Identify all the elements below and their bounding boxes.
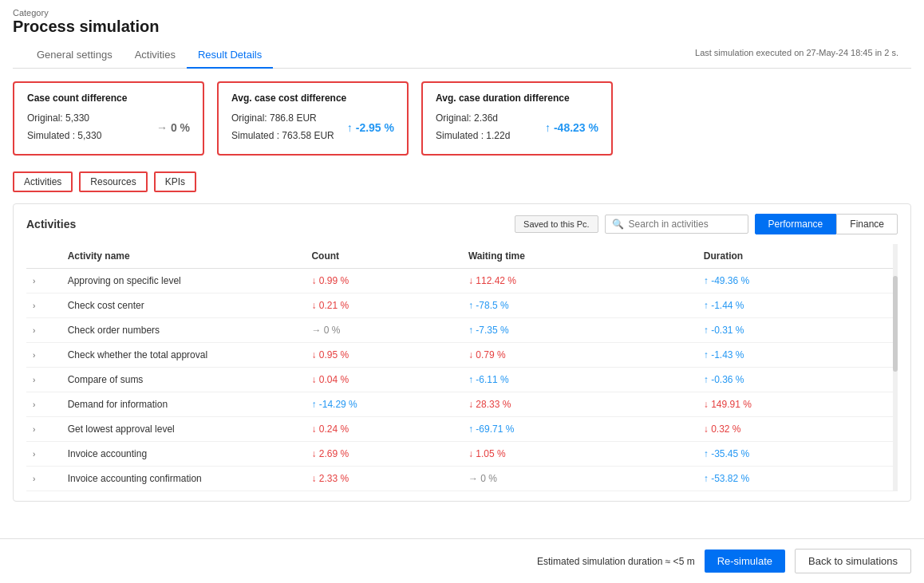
activities-header: Activities Saved to this Pc. 🔍 Performan… (26, 214, 898, 234)
th-expand (26, 244, 61, 269)
chevron-right-icon[interactable]: › (33, 475, 35, 483)
view-toggle: Performance Finance (755, 214, 898, 234)
finance-view-btn[interactable]: Finance (836, 214, 898, 234)
value-indicator: ↑ -6.11 % (468, 374, 509, 385)
count-cell: ↓ 0.24 % (305, 417, 462, 442)
count-cell: ↓ 2.33 % (305, 467, 462, 491)
expand-cell[interactable]: › (26, 417, 61, 442)
arrow-icon: ↓ (468, 349, 473, 360)
value-indicator: ↑ -0.31 % (704, 325, 744, 336)
tab-general-settings[interactable]: General settings (26, 42, 124, 69)
wait-cell: ↓ 28.33 % (462, 392, 697, 417)
count-cell: ↓ 2.69 % (305, 442, 462, 467)
table-row[interactable]: › Check cost center ↓ 0.21 % ↑ -78.5 % ↑… (26, 293, 898, 318)
re-simulate-btn[interactable]: Re-simulate (705, 550, 785, 573)
dur-cell: ↓ 0.32 % (697, 417, 898, 442)
th-count: Count (305, 244, 462, 269)
value-indicator: ↓ 0.21 % (311, 300, 349, 311)
expand-cell[interactable]: › (26, 343, 61, 368)
chevron-right-icon[interactable]: › (33, 301, 35, 310)
value-indicator: ↓ 2.69 % (311, 448, 349, 459)
scrollbar-track[interactable] (893, 244, 898, 491)
wait-cell: ↑ -6.11 % (462, 368, 697, 392)
arrow-icon: ↓ (311, 349, 316, 360)
table-row[interactable]: › Invoice accounting ↓ 2.69 % ↓ 1.05 % ↑… (26, 442, 898, 467)
table-row[interactable]: › Get lowest approval level ↓ 0.24 % ↑ -… (26, 417, 898, 442)
arrow-icon: ↓ (311, 473, 316, 484)
value-indicator: → 0 % (468, 473, 497, 484)
th-duration: Duration (697, 244, 898, 269)
expand-cell[interactable]: › (26, 368, 61, 392)
activities-table: Activity name Count Waiting time Duratio… (26, 244, 898, 491)
kpi-card-title-case-count: Case count difference (27, 93, 190, 104)
save-to-pc-btn[interactable]: Saved to this Pc. (515, 215, 598, 233)
count-cell: ↓ 0.04 % (305, 368, 462, 392)
chevron-right-icon[interactable]: › (33, 400, 35, 409)
tab-bar: General settings Activities Result Detai… (13, 42, 911, 69)
scrollbar-thumb[interactable] (893, 276, 898, 372)
table-row[interactable]: › Invoice accounting confirmation ↓ 2.33… (26, 467, 898, 491)
kpi-values-case-duration: Original: 2.36d Simulated : 1.22d (436, 110, 510, 144)
value-indicator: ↑ -1.44 % (704, 300, 744, 311)
main-content: Case count difference Original: 5,330 Si… (0, 69, 924, 538)
value-indicator: ↓ 149.91 % (704, 399, 752, 410)
expand-cell[interactable]: › (26, 293, 61, 318)
value-indicator: ↓ 0.79 % (468, 349, 506, 360)
kpi-card-case-cost: Avg. case cost difference Original: 786.… (217, 81, 409, 156)
chevron-right-icon[interactable]: › (33, 351, 35, 360)
dur-cell: ↑ -0.36 % (697, 368, 898, 392)
kpi-card-body-case-cost: Original: 786.8 EUR Simulated : 763.58 E… (231, 110, 394, 144)
expand-cell[interactable]: › (26, 318, 61, 343)
activity-name-cell: Demand for information (61, 392, 306, 417)
value-indicator: ↑ -49.36 % (704, 275, 749, 286)
dur-cell: ↑ -35.45 % (697, 442, 898, 467)
kpi-values-case-cost: Original: 786.8 EUR Simulated : 763.58 E… (231, 110, 334, 144)
kpi-change-case-duration: ↑ -48.23 % (545, 121, 598, 134)
tab-result-details[interactable]: Result Details (187, 42, 273, 69)
arrow-icon: ↑ (704, 374, 709, 385)
wait-cell: → 0 % (462, 467, 697, 491)
kpi-card-case-count: Case count difference Original: 5,330 Si… (13, 81, 204, 156)
chevron-right-icon[interactable]: › (33, 277, 35, 286)
count-cell: ↓ 0.21 % (305, 293, 462, 318)
value-indicator: ↓ 0.04 % (311, 374, 349, 385)
filter-resources-btn[interactable]: Resources (79, 171, 147, 192)
table-row[interactable]: › Compare of sums ↓ 0.04 % ↑ -6.11 % ↑ -… (26, 368, 898, 392)
search-input[interactable] (629, 219, 741, 230)
expand-cell[interactable]: › (26, 442, 61, 467)
chevron-right-icon[interactable]: › (33, 376, 35, 384)
table-row[interactable]: › Check whether the total approval ↓ 0.9… (26, 343, 898, 368)
performance-view-btn[interactable]: Performance (755, 214, 837, 234)
arrow-icon: ↑ (704, 349, 709, 360)
table-row[interactable]: › Check order numbers → 0 % ↑ -7.35 % ↑ … (26, 318, 898, 343)
tab-activities[interactable]: Activities (124, 42, 187, 69)
kpi-simulated-case-cost: Simulated : 763.58 EUR (231, 128, 334, 145)
expand-cell[interactable]: › (26, 269, 61, 293)
expand-cell[interactable]: › (26, 467, 61, 491)
kpi-change-case-cost: ↑ -2.95 % (347, 121, 394, 134)
value-indicator: ↓ 2.33 % (311, 473, 349, 484)
dur-cell: ↑ -49.36 % (697, 269, 898, 293)
chevron-right-icon[interactable]: › (33, 425, 35, 434)
wait-cell: ↑ -78.5 % (462, 293, 697, 318)
value-indicator: ↑ -0.36 % (704, 374, 744, 385)
chevron-right-icon[interactable]: › (33, 450, 35, 459)
arrow-right-icon: → (156, 121, 168, 134)
value-indicator: ↑ -14.29 % (311, 399, 357, 410)
value-indicator: ↑ -35.45 % (704, 448, 749, 459)
th-waiting-time: Waiting time (462, 244, 697, 269)
chevron-right-icon[interactable]: › (33, 326, 35, 335)
table-row[interactable]: › Demand for information ↑ -14.29 % ↓ 28… (26, 392, 898, 417)
arrow-icon: ↑ (468, 374, 473, 385)
arrow-icon: ↓ (704, 399, 709, 410)
back-to-simulations-btn[interactable]: Back to simulations (795, 549, 911, 573)
filter-activities-btn[interactable]: Activities (13, 171, 73, 192)
filter-kpis-btn[interactable]: KPIs (154, 171, 196, 192)
expand-cell[interactable]: › (26, 392, 61, 417)
value-indicator: ↑ -69.71 % (468, 423, 514, 435)
search-box[interactable]: 🔍 (605, 215, 748, 234)
page-title: Process simulation (13, 18, 911, 36)
wait-cell: ↑ -69.71 % (462, 417, 697, 442)
kpi-original-case-cost: Original: 786.8 EUR (231, 110, 334, 128)
table-row[interactable]: › Approving on specific level ↓ 0.99 % ↓… (26, 269, 898, 293)
